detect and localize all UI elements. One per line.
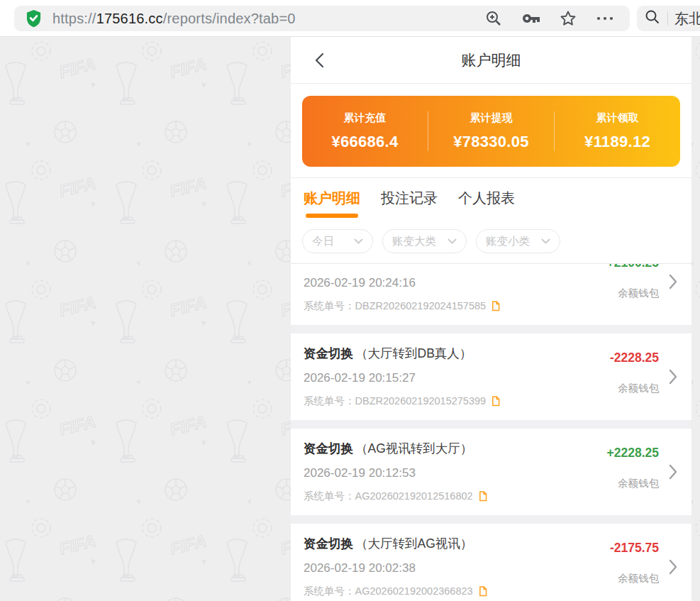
page-title: 账户明细 <box>291 50 691 70</box>
filter-major-category-dropdown[interactable]: 账变大类 <box>382 229 467 253</box>
transaction-order-number: 系统单号：DBZR202602192024157585 <box>304 299 679 312</box>
report-panel: 账户明细 累计充值 ¥66686.4 累计提现 ¥78330.05 累计领取 ¥… <box>291 37 691 601</box>
filter-date-dropdown[interactable]: 今日 <box>302 229 373 253</box>
active-tab-underline <box>306 214 358 218</box>
address-bar[interactable]: https://175616.cc/reports/index?tab=0 <box>14 6 630 31</box>
transaction-row[interactable]: 资金切换（大厅转到DB真人） 2026-02-19 20:15:27 系统单号：… <box>291 333 691 420</box>
chevron-down-icon <box>541 238 550 244</box>
summary-total-deposit: 累计充值 ¥66686.4 <box>302 111 428 151</box>
search-box[interactable]: 东北 <box>637 6 700 31</box>
chevron-right-icon <box>669 369 677 385</box>
transaction-order-number: 系统单号：AG202602192012516802 <box>304 490 679 502</box>
wallet-label: 余额钱包 <box>610 572 659 585</box>
ellipsis-icon[interactable] <box>596 16 614 21</box>
copy-icon[interactable] <box>491 301 500 311</box>
transaction-order-number: 系统单号：AG202602192002366823 <box>304 585 679 597</box>
summary-card: 累计充值 ¥66686.4 累计提现 ¥78330.05 累计领取 ¥1189.… <box>302 96 680 167</box>
transaction-amount: +2100.25 <box>607 263 659 270</box>
screen: https://175616.cc/reports/index?tab=0 <box>0 0 700 601</box>
transaction-amount: -2228.25 <box>610 351 659 365</box>
divider <box>667 11 668 26</box>
summary-total-withdraw: 累计提现 ¥78330.05 <box>428 111 554 151</box>
transaction-amount: -2175.75 <box>610 541 659 555</box>
filter-minor-category-dropdown[interactable]: 账变小类 <box>476 229 560 253</box>
chevron-down-icon <box>448 238 457 244</box>
tab-bet-records[interactable]: 投注记录 <box>381 189 438 218</box>
summary-total-claimed: 累计领取 ¥1189.12 <box>554 111 680 151</box>
wallet-label: 余额钱包 <box>610 382 659 395</box>
transaction-row[interactable]: 资金切换（AG视讯转到大厅） 2026-02-19 20:12:53 系统单号：… <box>291 429 691 515</box>
browser-toolbar: https://175616.cc/reports/index?tab=0 <box>0 0 700 37</box>
transaction-amount: +2228.25 <box>607 446 659 460</box>
zoom-in-icon[interactable] <box>485 10 502 27</box>
chevron-right-icon <box>669 464 677 480</box>
copy-icon[interactable] <box>491 396 500 407</box>
security-shield-icon[interactable] <box>26 9 42 28</box>
chevron-down-icon <box>354 238 363 244</box>
key-icon[interactable] <box>521 10 540 27</box>
tab-personal-report[interactable]: 个人报表 <box>458 189 515 218</box>
report-tabs: 账户明细 投注记录 个人报表 <box>291 178 691 225</box>
copy-icon[interactable] <box>478 491 487 502</box>
filter-row: 今日 账变大类 账变小类 <box>291 225 691 263</box>
page-header: 账户明细 <box>291 37 691 84</box>
tab-account-detail[interactable]: 账户明细 <box>304 189 360 218</box>
transaction-list[interactable]: 2026-02-19 20:24:16 系统单号：DBZR20260219202… <box>291 263 691 601</box>
transaction-row[interactable]: 资金切换（大厅转到AG视讯） 2026-02-19 20:02:38 系统单号：… <box>291 524 691 601</box>
url-text[interactable]: https://175616.cc/reports/index?tab=0 <box>52 11 296 27</box>
wallet-label: 余额钱包 <box>607 477 659 490</box>
transaction-order-number: 系统单号：DBZR202602192015275399 <box>304 395 679 407</box>
search-input[interactable]: 东北 <box>674 9 700 28</box>
star-icon[interactable] <box>560 10 577 27</box>
search-icon <box>645 9 660 28</box>
chevron-right-icon <box>669 559 677 575</box>
chevron-right-icon <box>669 274 677 290</box>
copy-icon[interactable] <box>478 586 487 597</box>
page-background: FIFA <box>0 37 700 601</box>
wallet-label: 余额钱包 <box>607 287 659 300</box>
transaction-row[interactable]: 2026-02-19 20:24:16 系统单号：DBZR20260219202… <box>291 263 691 325</box>
summary-section: 累计充值 ¥66686.4 累计提现 ¥78330.05 累计领取 ¥1189.… <box>291 84 691 178</box>
